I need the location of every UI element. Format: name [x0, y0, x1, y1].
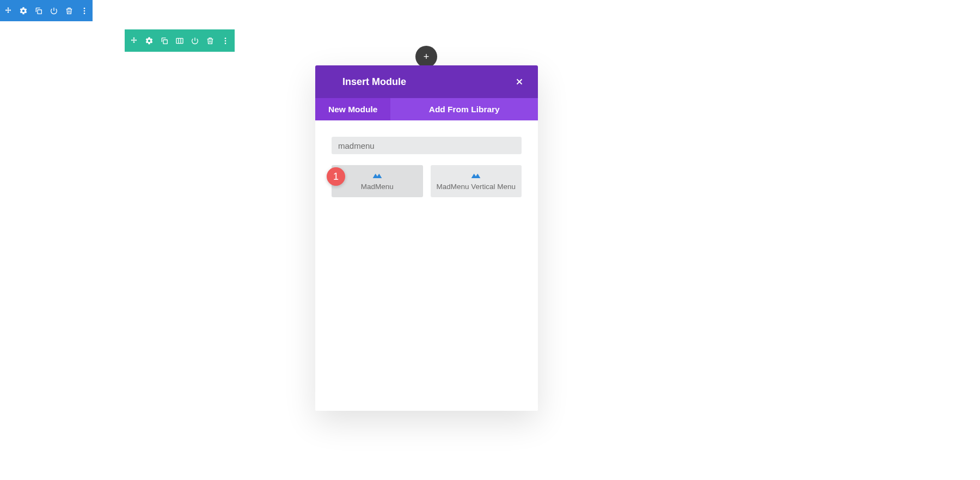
module-card-madmenu-vertical[interactable]: MadMenu Vertical Menu [431, 165, 522, 197]
svg-point-3 [84, 13, 85, 14]
row-toolbar [125, 29, 235, 52]
power-icon[interactable] [49, 6, 59, 16]
trash-icon[interactable] [64, 6, 74, 16]
more-icon[interactable] [220, 36, 230, 46]
module-grid: MadMenu MadMenu Vertical Menu [332, 165, 522, 197]
svg-rect-5 [176, 38, 183, 43]
section-toolbar [0, 0, 93, 21]
tab-add-from-library[interactable]: Add From Library [390, 98, 538, 120]
close-icon[interactable] [514, 76, 525, 87]
tab-new-module[interactable]: New Module [315, 98, 390, 120]
module-card-madmenu[interactable]: MadMenu [332, 165, 423, 197]
svg-point-2 [84, 10, 85, 11]
module-label: MadMenu Vertical Menu [436, 183, 516, 192]
svg-rect-4 [163, 40, 167, 44]
svg-point-1 [84, 8, 85, 9]
modal-body: MadMenu MadMenu Vertical Menu [315, 120, 538, 411]
svg-rect-0 [38, 10, 41, 14]
svg-point-8 [225, 42, 226, 44]
insert-module-modal: Insert Module New Module Add From Librar… [315, 65, 538, 411]
modal-tabs: New Module Add From Library [315, 98, 538, 120]
svg-point-6 [225, 38, 226, 39]
gear-icon[interactable] [19, 6, 28, 16]
svg-point-7 [225, 40, 226, 41]
trash-icon[interactable] [205, 36, 215, 46]
power-icon[interactable] [190, 36, 200, 46]
annotation-badge-1: 1 [327, 167, 345, 186]
gear-icon[interactable] [144, 36, 154, 46]
move-icon[interactable] [129, 36, 139, 46]
duplicate-icon[interactable] [34, 6, 44, 16]
duplicate-icon[interactable] [160, 36, 169, 46]
madmenu-icon [372, 172, 383, 179]
add-module-button[interactable]: + [415, 46, 437, 68]
more-icon[interactable] [79, 6, 89, 16]
move-icon[interactable] [3, 6, 13, 16]
modal-header: Insert Module [315, 65, 538, 98]
modal-title: Insert Module [342, 76, 406, 88]
module-search-input[interactable] [332, 137, 522, 154]
module-label: MadMenu [361, 183, 394, 192]
madmenu-icon [470, 172, 481, 179]
plus-icon: + [424, 51, 430, 63]
columns-icon[interactable] [175, 36, 185, 46]
